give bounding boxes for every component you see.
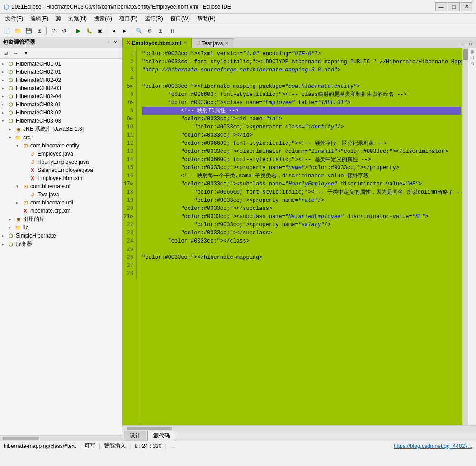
toolbar-misc1[interactable]: ⊞ [156,26,165,36]
toolbar-ext[interactable]: ◉ [95,26,105,36]
tree-arrow-servers[interactable]: ▸ [2,242,7,247]
sidebar-collapse-all[interactable]: ⊟ [2,49,10,57]
tree-item-Test.java[interactable]: JTest.java [0,190,122,199]
tree-label-HibernateCH03-01: HibernateCH03-01 [16,101,61,108]
tree-item-HourlyEmployee.java[interactable]: JHourlyEmployee.java [0,158,122,166]
tree-arrow-HibernateCH02-02[interactable]: ▸ [2,78,7,82]
toolbar-save[interactable]: 💾 [24,26,33,36]
tree-item-lib[interactable]: ▸📁lib [0,223,122,232]
toolbar-back[interactable]: ◂ [109,26,119,36]
tab-source[interactable]: 源代码 [147,431,175,441]
tree-arrow-HibernateCH02-01[interactable]: ▸ [2,70,7,74]
tree-item-HibernateCH02-03[interactable]: ▸⬡HibernateCH02-03 [0,84,122,92]
toolbar-debug[interactable]: 🐛 [84,26,94,36]
tree-item-HibernateCH02-01[interactable]: ▸⬡HibernateCH02-01 [0,68,122,76]
tree-item-com.hibernate.entity[interactable]: ▾⊡com.hibernate.entity [0,142,122,150]
sidebar-hscroll[interactable] [0,435,122,441]
tree-item-Employee.java[interactable]: JEmployee.java [0,150,122,158]
title-bar: ⬡ 2021Eclipse - HibernateCH03-03/src/com… [0,0,476,14]
tab-test-java[interactable]: J Test.java ✕ [193,38,233,48]
tree-item-SalariedEmployee.java[interactable]: XSalariedEmployee.java [0,166,122,174]
menu-edit[interactable]: 编辑(E) [27,14,52,24]
tree-arrow-src[interactable]: ▾ [9,135,14,140]
maximize-button[interactable]: □ [448,2,460,11]
line-numbers: 12345⊳67⊳89⊳1011121314151617⊳18192021⊳22… [122,48,137,280]
horizontal-scrollbar[interactable] [122,425,476,431]
tree-arrow-com.hibernate.util[interactable]: ▸ [16,200,22,205]
tree-item-HibernateCH02-02[interactable]: ▸⬡HibernateCH02-02 [0,76,122,84]
tree-item-SimpleHibernate[interactable]: ▸⬡SimpleHibernate [0,232,122,240]
sidebar-link-editor[interactable]: ↔ [12,49,20,57]
code-line-14: "color:#006600; font-style:italic;"><!--… [142,156,461,164]
tree-arrow-com.hibernate.ui[interactable]: ▾ [16,184,22,189]
minimize-editor-btn[interactable]: — [459,40,466,48]
code-line-18: "color:#006600; font-style:italic;"><!--… [142,188,461,196]
tab-test-close-icon[interactable]: ✕ [225,41,228,46]
toolbar-open[interactable]: 📁 [13,26,23,36]
toolbar-run[interactable]: ▶ [73,26,83,36]
tree-label-Test.java: Test.java [38,191,59,198]
status-sep3: | [129,443,131,449]
tree-arrow-lib[interactable]: ▸ [9,225,14,230]
tree-item-HibernateCH02-04[interactable]: ▸⬡HibernateCH02-04 [0,92,122,100]
vertical-scrollbar[interactable] [462,48,468,425]
tree-item-HibernateCH03-02[interactable]: ▸⬡HibernateCH03-02 [0,109,122,117]
tree-item-Employee.hbm.xml[interactable]: XEmployee.hbm.xml [0,174,122,182]
tree-item-com.hibernate.util[interactable]: ▸⊡com.hibernate.util [0,199,122,207]
tab-design[interactable]: 设计 [124,431,146,441]
sidebar-collapse-btn[interactable]: — [104,39,111,46]
status-insert: 智能插入 [104,442,126,450]
close-button[interactable]: ✕ [461,2,472,11]
line-num-16: 16 [123,172,135,180]
tree-item-HibernateCH03-01[interactable]: ▸⬡HibernateCH03-01 [0,100,122,109]
tree-label-SalariedEmployee.java: SalariedEmployee.java [38,167,93,173]
minimize-button[interactable]: — [435,2,447,11]
tree-item-JRE[interactable]: ▸⊞JRE 系统库 [JavaSE-1.8] [0,125,122,133]
tree-item-servers[interactable]: ▸⬡服务器 [0,240,122,248]
tree-arrow-HibernateCH03-01[interactable]: ▸ [2,102,7,107]
toolbar-save-all[interactable]: ⊞ [34,26,44,36]
toolbar-new[interactable]: 📄 [2,26,12,36]
toolbar-refresh[interactable]: ↺ [59,26,69,36]
toolbar-forward[interactable]: ▸ [120,26,130,36]
tree-arrow-HibernateCH01-01[interactable]: ▸ [2,62,7,66]
menu-search[interactable]: 搜索(A) [90,14,116,24]
sidebar-close-btn[interactable]: ✕ [112,39,119,46]
tree-item-com.hibernate.ui[interactable]: ▾⊡com.hibernate.ui [0,182,122,190]
menu-window[interactable]: 窗口(W) [167,14,193,24]
tree-label-Employee.java: Employee.java [38,151,73,157]
tree-arrow-JRE[interactable]: ▸ [9,127,14,132]
tab-employee-hbm[interactable]: X Employee.hbm.xml ✕ [122,38,192,48]
tree-item-HibernateCH03-03[interactable]: ▾⬡HibernateCH03-03 [0,117,122,125]
tree-arrow-libs[interactable]: ▸ [9,217,14,222]
tree-arrow-SimpleHibernate[interactable]: ▸ [2,233,7,238]
toolbar-print[interactable]: 🖨 [48,26,58,36]
menu-run[interactable]: 运行(R) [141,14,167,24]
menu-source[interactable]: 源 [52,14,65,24]
tree-arrow-HibernateCH02-03[interactable]: ▸ [2,86,7,90]
tree-item-libs[interactable]: ▸⊞引用的库 [0,215,122,223]
tree-arrow-HibernateCH03-03[interactable]: ▾ [2,119,7,123]
tab-employee-close-icon[interactable]: ✕ [183,40,187,45]
project-icon: ⬡ [7,85,14,92]
sidebar-view-menu[interactable]: ▾ [22,49,30,57]
menu-file[interactable]: 文件(F) [2,14,27,24]
toolbar-misc2[interactable]: ◫ [166,26,176,36]
tree-item-src[interactable]: ▾📁src [0,133,122,142]
toolbar-settings[interactable]: ⚙ [145,26,155,36]
menu-navigate[interactable]: 浏览(N) [65,14,90,24]
tree-item-hibernate.cfg.xml[interactable]: Xhibernate.cfg.xml [0,207,122,215]
status-position: 8 : 24 : 330 [134,443,161,449]
tree-arrow-HibernateCH03-02[interactable]: ▸ [2,110,7,115]
menu-project[interactable]: 项目(P) [116,14,141,24]
sidebar-tree[interactable]: ▸⬡HibernateCH01-01▸⬡HibernateCH02-01▸⬡Hi… [0,59,122,435]
toolbar-search[interactable]: 🔍 [134,26,144,36]
maximize-editor-btn[interactable]: □ [467,40,474,48]
menu-help[interactable]: 帮助(H) [193,14,219,24]
gutter-icon-1: @ [470,50,474,54]
tree-arrow-com.hibernate.entity[interactable]: ▾ [16,143,22,148]
code-content[interactable]: "color:#0033cc;"><?xml version="1.0" enc… [140,48,462,425]
tree-item-HibernateCH01-01[interactable]: ▸⬡HibernateCH01-01 [0,60,122,68]
code-area: 12345⊳67⊳89⊳1011121314151617⊳18192021⊳22… [122,48,476,425]
tree-arrow-HibernateCH02-04[interactable]: ▸ [2,94,7,99]
